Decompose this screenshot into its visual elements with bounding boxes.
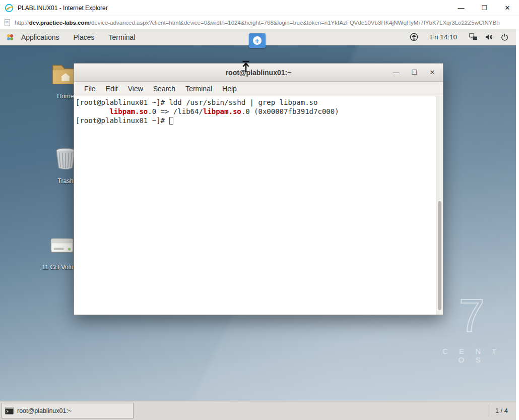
terminal-line: [root@plablinux01 ~]# <box>76 116 435 125</box>
ie-window-title: PLABLINUX01 - Internet Explorer <box>18 5 108 12</box>
power-icon[interactable] <box>500 33 509 41</box>
terminal-cursor <box>169 117 173 125</box>
accessibility-icon[interactable] <box>410 33 418 41</box>
svg-text:e: e <box>7 5 10 11</box>
terminal-title: root@plablinux01:~ <box>226 69 292 77</box>
menu-terminal[interactable]: Terminal <box>102 29 143 45</box>
icon-label: Trash <box>57 177 74 185</box>
volume-icon[interactable] <box>485 33 493 41</box>
drive-icon <box>46 229 78 261</box>
url-domain: dev.practice-labs.com <box>29 20 90 26</box>
remote-pointer-icon <box>241 60 251 73</box>
remote-desktop-viewport: Applications Places Terminal Fri 14:10 <box>0 29 516 420</box>
watermark-centos: C E N T O S <box>441 347 502 364</box>
remote-toolbar-toggle-button[interactable]: + <box>249 33 266 48</box>
terminal-close-button[interactable]: ✕ <box>427 67 438 78</box>
terminal-icon <box>5 407 14 414</box>
url-text[interactable]: http://dev.practice-labs.com/device-adva… <box>15 20 500 26</box>
ie-titlebar[interactable]: e PLABLINUX01 - Internet Explorer — ☐ ✕ <box>0 0 519 16</box>
watermark-seven: 7 <box>441 292 502 339</box>
terminal-menu-terminal[interactable]: Terminal <box>180 82 217 96</box>
url-path: /device-advanced.aspx?client=html&device… <box>90 20 500 26</box>
terminal-scrollbar[interactable] <box>436 96 443 315</box>
workspace-indicator[interactable]: 1 / 4 <box>495 407 508 414</box>
ie-maximize-button[interactable]: ☐ <box>473 0 496 16</box>
ie-close-button[interactable]: ✕ <box>496 0 519 16</box>
terminal-line: [root@plablinux01 ~]# ldd /usr/sbin/sshd… <box>76 98 435 107</box>
ie-address-bar[interactable]: http://dev.practice-labs.com/device-adva… <box>0 16 519 29</box>
url-scheme: http:// <box>15 20 29 26</box>
taskbar-window-button[interactable]: root@plablinux01:~ <box>2 403 134 418</box>
network-icon[interactable] <box>469 33 478 41</box>
terminal-menu-file[interactable]: File <box>79 82 101 96</box>
ie-minimize-button[interactable]: — <box>449 0 473 16</box>
applications-icon <box>6 33 14 41</box>
terminal-maximize-button[interactable]: ☐ <box>409 67 420 78</box>
terminal-output[interactable]: [root@plablinux01 ~]# ldd /usr/sbin/sshd… <box>76 98 435 125</box>
centos-watermark: 7 C E N T O S <box>441 292 502 364</box>
terminal-menu-help[interactable]: Help <box>217 82 242 96</box>
terminal-line: libpam.so.0 => /lib64/libpam.so.0 (0x000… <box>76 107 435 116</box>
terminal-menu-search[interactable]: Search <box>148 82 180 96</box>
ie-logo-icon: e <box>5 4 14 13</box>
terminal-menu-view[interactable]: View <box>123 82 148 96</box>
clock[interactable]: Fri 14:10 <box>430 33 457 41</box>
terminal-menubar: File Edit View Search Terminal Help <box>74 82 443 96</box>
terminal-minimize-button[interactable]: — <box>391 67 402 78</box>
taskbar-window-label: root@plablinux01:~ <box>17 407 72 414</box>
workspace-divider <box>488 405 488 417</box>
menu-applications[interactable]: Applications <box>14 29 67 45</box>
plus-icon: + <box>253 36 262 45</box>
terminal-body[interactable]: [root@plablinux01 ~]# ldd /usr/sbin/sshd… <box>74 96 443 315</box>
terminal-menu-edit[interactable]: Edit <box>101 82 123 96</box>
terminal-window: root@plablinux01:~ — ☐ ✕ File Edit View … <box>74 63 443 315</box>
terminal-scrollbar-thumb[interactable] <box>438 201 441 311</box>
taskbar: root@plablinux01:~ 1 / 4 <box>0 401 516 420</box>
terminal-titlebar[interactable]: root@plablinux01:~ — ☐ ✕ <box>74 64 443 82</box>
page-icon <box>4 19 11 26</box>
menu-places[interactable]: Places <box>67 29 102 45</box>
icon-label: Home <box>57 93 74 100</box>
screen: e PLABLINUX01 - Internet Explorer — ☐ ✕ … <box>0 0 519 420</box>
